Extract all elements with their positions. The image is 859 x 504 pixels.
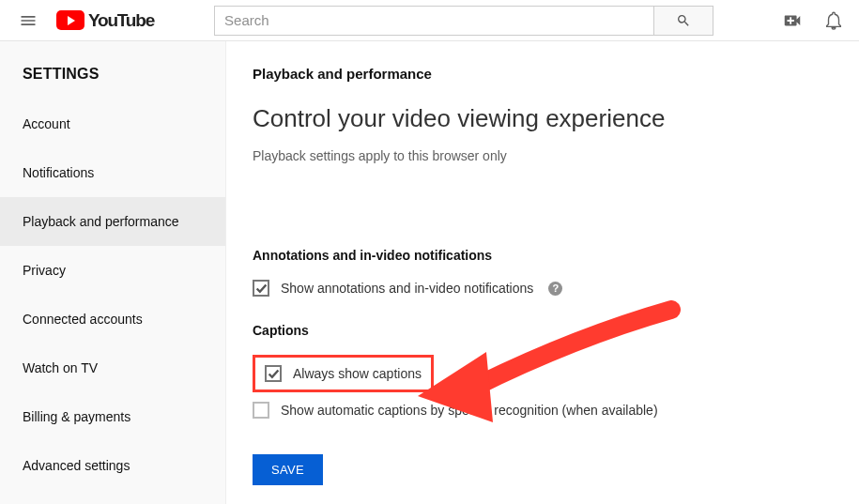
logo-text: YouTube (88, 10, 154, 31)
play-icon (56, 10, 84, 30)
annotations-group-title: Annotations and in-video notifications (253, 248, 833, 263)
auto-captions-row: Show automatic captions by speech recogn… (253, 402, 833, 419)
check-icon (268, 368, 280, 380)
highlight-annotation: Always show captions (253, 355, 434, 392)
sidebar-item-playback[interactable]: Playback and performance (0, 197, 225, 246)
search-box (214, 6, 713, 36)
captions-group-title: Captions (253, 323, 833, 338)
sidebar-item-advanced[interactable]: Advanced settings (0, 441, 225, 490)
show-annotations-label: Show annotations and in-video notificati… (281, 281, 533, 296)
search-icon (676, 13, 691, 28)
search-input[interactable] (214, 6, 653, 36)
page-subtext: Playback settings apply to this browser … (253, 148, 833, 163)
always-show-captions-checkbox[interactable] (265, 365, 282, 382)
save-button[interactable]: SAVE (253, 454, 323, 485)
settings-sidebar: SETTINGS Account Notifications Playback … (0, 41, 225, 504)
always-show-captions-label: Always show captions (293, 366, 422, 381)
auto-captions-label: Show automatic captions by speech recogn… (281, 403, 658, 418)
show-annotations-checkbox[interactable] (253, 280, 269, 297)
page-title: Control your video viewing experience (253, 104, 833, 133)
hamburger-menu-icon[interactable] (17, 9, 39, 32)
help-icon[interactable]: ? (548, 282, 562, 296)
search-button[interactable] (653, 6, 713, 36)
check-icon (255, 283, 268, 295)
sidebar-item-billing[interactable]: Billing & payments (0, 392, 225, 441)
sidebar-heading: SETTINGS (0, 54, 225, 99)
sidebar-item-notifications[interactable]: Notifications (0, 148, 225, 197)
youtube-logo[interactable]: YouTube (56, 10, 154, 31)
annotations-option-row: Show annotations and in-video notificati… (253, 280, 833, 297)
sidebar-item-watch-on-tv[interactable]: Watch on TV (0, 344, 225, 392)
header-actions (782, 10, 844, 31)
sidebar-item-account[interactable]: Account (0, 99, 225, 148)
main-content: Playback and performance Control your vi… (225, 41, 859, 504)
sidebar-item-connected-accounts[interactable]: Connected accounts (0, 295, 225, 344)
create-video-icon[interactable] (782, 10, 803, 31)
sidebar-item-privacy[interactable]: Privacy (0, 246, 225, 295)
header: YouTube (0, 0, 859, 41)
notifications-bell-icon[interactable] (823, 10, 844, 31)
auto-captions-checkbox[interactable] (253, 402, 269, 419)
section-title: Playback and performance (253, 66, 833, 82)
